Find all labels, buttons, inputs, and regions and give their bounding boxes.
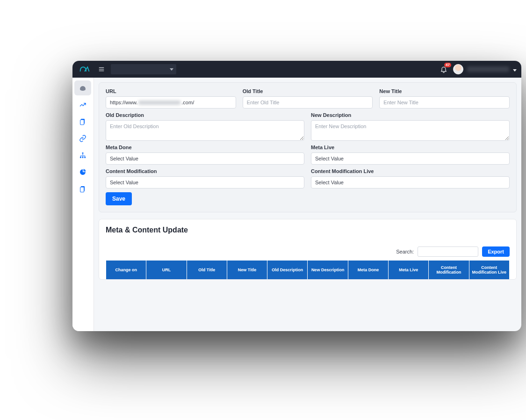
svg-rect-8 (82, 157, 84, 158)
svg-rect-7 (80, 157, 81, 158)
svg-rect-0 (99, 67, 104, 68)
context-dropdown[interactable] (111, 64, 176, 74)
logo (77, 62, 92, 77)
old-title-input[interactable] (243, 96, 373, 109)
sidebar-item-links[interactable] (74, 131, 91, 146)
form-card: URL https://www. .com/ Old Title New Tit… (99, 82, 517, 212)
col-meta-done[interactable]: Meta Done (348, 261, 388, 279)
notification-badge: 47 (444, 63, 451, 67)
export-button[interactable]: Export (482, 246, 510, 257)
col-change-on[interactable]: Change on (106, 261, 146, 279)
content-modification-live-select[interactable]: Select Value (311, 176, 510, 188)
svg-rect-6 (82, 152, 84, 154)
save-button[interactable]: Save (106, 192, 132, 205)
sidebar-item-sitemap[interactable] (74, 148, 91, 163)
col-meta-live[interactable]: Meta Live (389, 261, 428, 279)
user-menu-caret[interactable] (513, 65, 517, 73)
avatar[interactable] (453, 64, 463, 74)
results-panel: Meta & Content Update Search: Export Cha… (99, 219, 517, 280)
notifications-button[interactable]: 47 (438, 64, 449, 75)
meta-live-select[interactable]: Select Value (311, 152, 510, 165)
sidebar-item-pages[interactable] (74, 114, 91, 129)
col-old-desc[interactable]: Old Description (267, 261, 307, 279)
col-old-title[interactable]: Old Title (187, 261, 227, 279)
svg-rect-2 (99, 71, 104, 71)
sidebar-item-reports[interactable] (74, 165, 91, 180)
old-title-label: Old Title (243, 88, 373, 94)
meta-live-label: Meta Live (311, 145, 510, 150)
svg-rect-5 (80, 120, 84, 125)
url-label: URL (106, 88, 236, 94)
col-new-title[interactable]: New Title (227, 261, 267, 279)
content-mod-live-label: Content Modification Live (311, 168, 510, 174)
content-mod-label: Content Modification (106, 168, 304, 174)
col-url[interactable]: URL (146, 261, 186, 279)
old-description-textarea[interactable] (106, 120, 304, 141)
sidebar (72, 78, 94, 331)
sidebar-item-analytics[interactable] (74, 97, 91, 112)
svg-rect-9 (84, 157, 86, 158)
results-table: Change on URL Old Title New Title Old De… (106, 261, 510, 279)
meta-done-select[interactable]: Select Value (106, 152, 304, 165)
main: URL https://www. .com/ Old Title New Tit… (94, 78, 521, 331)
menu-toggle-button[interactable] (96, 64, 107, 75)
url-input[interactable]: https://www. .com/ (106, 96, 236, 109)
old-desc-label: Old Description (106, 112, 304, 118)
new-description-textarea[interactable] (311, 120, 510, 141)
meta-done-label: Meta Done (106, 145, 304, 150)
topbar: 47 (72, 61, 521, 78)
sidebar-item-copy[interactable] (74, 181, 91, 196)
search-input[interactable] (418, 246, 478, 257)
app-window: 47 (72, 61, 521, 331)
new-desc-label: New Description (311, 112, 510, 118)
search-label: Search: (396, 249, 414, 254)
svg-rect-11 (80, 187, 84, 192)
panel-title: Meta & Content Update (106, 226, 510, 234)
svg-rect-1 (99, 69, 104, 69)
col-content-mod-live[interactable]: Content Modification Live (469, 261, 509, 279)
col-new-desc[interactable]: New Description (308, 261, 347, 279)
username-obscured (467, 66, 509, 72)
new-title-label: New Title (379, 88, 510, 94)
col-content-mod[interactable]: Content Modification (429, 261, 468, 279)
content-modification-select[interactable]: Select Value (106, 176, 304, 188)
sidebar-item-dashboard[interactable] (74, 80, 91, 95)
new-title-input[interactable] (379, 96, 510, 109)
